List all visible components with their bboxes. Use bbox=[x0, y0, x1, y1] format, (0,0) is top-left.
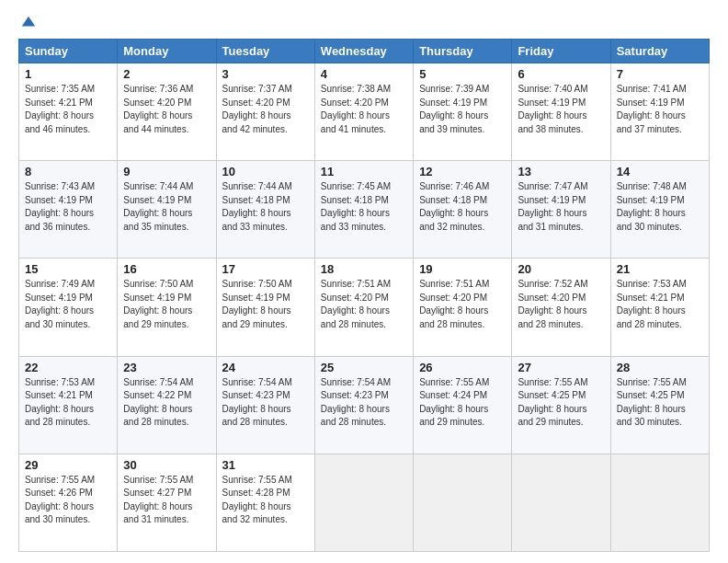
calendar-cell: 31 Sunrise: 7:55 AMSunset: 4:28 PMDaylig… bbox=[216, 454, 314, 551]
week-row-2: 8 Sunrise: 7:43 AMSunset: 4:19 PMDayligh… bbox=[19, 161, 710, 259]
day-header-thursday: Thursday bbox=[414, 40, 512, 63]
day-info: Sunrise: 7:54 AMSunset: 4:23 PMDaylight:… bbox=[321, 377, 391, 428]
calendar-cell: 26 Sunrise: 7:55 AMSunset: 4:24 PMDaylig… bbox=[414, 356, 512, 454]
day-number: 13 bbox=[518, 165, 604, 178]
calendar-cell: 28 Sunrise: 7:55 AMSunset: 4:25 PMDaylig… bbox=[610, 356, 709, 454]
calendar-cell: 20 Sunrise: 7:52 AMSunset: 4:20 PMDaylig… bbox=[512, 259, 610, 356]
calendar-cell: 21 Sunrise: 7:53 AMSunset: 4:21 PMDaylig… bbox=[610, 259, 709, 356]
calendar-cell: 14 Sunrise: 7:48 AMSunset: 4:19 PMDaylig… bbox=[610, 161, 709, 259]
day-number: 11 bbox=[321, 165, 407, 178]
day-info: Sunrise: 7:39 AMSunset: 4:19 PMDaylight:… bbox=[419, 84, 489, 134]
day-info: Sunrise: 7:48 AMSunset: 4:19 PMDaylight:… bbox=[617, 181, 687, 232]
calendar-cell: 6 Sunrise: 7:40 AMSunset: 4:19 PMDayligh… bbox=[512, 63, 610, 161]
week-row-5: 29 Sunrise: 7:55 AMSunset: 4:26 PMDaylig… bbox=[19, 454, 710, 551]
header-row: SundayMondayTuesdayWednesdayThursdayFrid… bbox=[19, 40, 710, 63]
day-number: 9 bbox=[123, 165, 210, 178]
day-number: 28 bbox=[617, 361, 703, 374]
day-number: 3 bbox=[222, 67, 309, 81]
calendar-cell: 19 Sunrise: 7:51 AMSunset: 4:20 PMDaylig… bbox=[414, 259, 512, 356]
calendar-cell: 3 Sunrise: 7:37 AMSunset: 4:20 PMDayligh… bbox=[216, 63, 314, 161]
day-number: 2 bbox=[123, 67, 210, 81]
calendar-cell bbox=[610, 454, 709, 551]
calendar-page: SundayMondayTuesdayWednesdayThursdayFrid… bbox=[0, 0, 728, 563]
calendar-cell: 22 Sunrise: 7:53 AMSunset: 4:21 PMDaylig… bbox=[19, 356, 118, 454]
day-info: Sunrise: 7:37 AMSunset: 4:20 PMDaylight:… bbox=[222, 84, 292, 134]
day-number: 1 bbox=[25, 67, 111, 81]
day-info: Sunrise: 7:54 AMSunset: 4:22 PMDaylight:… bbox=[123, 377, 193, 428]
day-number: 29 bbox=[25, 458, 111, 472]
day-info: Sunrise: 7:45 AMSunset: 4:18 PMDaylight:… bbox=[321, 181, 391, 232]
calendar-table: SundayMondayTuesdayWednesdayThursdayFrid… bbox=[18, 39, 710, 552]
calendar-cell: 30 Sunrise: 7:55 AMSunset: 4:27 PMDaylig… bbox=[118, 454, 216, 551]
day-info: Sunrise: 7:55 AMSunset: 4:27 PMDaylight:… bbox=[123, 475, 193, 525]
day-info: Sunrise: 7:55 AMSunset: 4:26 PMDaylight:… bbox=[25, 475, 95, 525]
day-info: Sunrise: 7:55 AMSunset: 4:25 PMDaylight:… bbox=[617, 377, 687, 428]
day-number: 12 bbox=[419, 165, 506, 178]
day-info: Sunrise: 7:55 AMSunset: 4:25 PMDaylight:… bbox=[518, 377, 587, 428]
calendar-cell: 17 Sunrise: 7:50 AMSunset: 4:19 PMDaylig… bbox=[216, 259, 314, 356]
day-number: 4 bbox=[321, 67, 407, 81]
day-number: 23 bbox=[123, 361, 210, 374]
day-number: 6 bbox=[518, 67, 604, 81]
calendar-cell: 27 Sunrise: 7:55 AMSunset: 4:25 PMDaylig… bbox=[512, 356, 610, 454]
calendar-cell: 12 Sunrise: 7:46 AMSunset: 4:18 PMDaylig… bbox=[414, 161, 512, 259]
calendar-cell: 25 Sunrise: 7:54 AMSunset: 4:23 PMDaylig… bbox=[314, 356, 413, 454]
day-number: 21 bbox=[617, 262, 703, 276]
day-number: 8 bbox=[25, 165, 111, 178]
day-number: 10 bbox=[222, 165, 309, 178]
calendar-cell: 11 Sunrise: 7:45 AMSunset: 4:18 PMDaylig… bbox=[314, 161, 413, 259]
day-info: Sunrise: 7:43 AMSunset: 4:19 PMDaylight:… bbox=[25, 181, 95, 232]
day-info: Sunrise: 7:52 AMSunset: 4:20 PMDaylight:… bbox=[518, 279, 587, 329]
day-number: 24 bbox=[222, 361, 309, 374]
calendar-cell: 4 Sunrise: 7:38 AMSunset: 4:20 PMDayligh… bbox=[314, 63, 413, 161]
day-info: Sunrise: 7:36 AMSunset: 4:20 PMDaylight:… bbox=[123, 84, 193, 134]
day-number: 19 bbox=[419, 262, 506, 276]
day-number: 25 bbox=[321, 361, 407, 374]
calendar-cell bbox=[314, 454, 413, 551]
week-row-1: 1 Sunrise: 7:35 AMSunset: 4:21 PMDayligh… bbox=[19, 63, 710, 161]
day-info: Sunrise: 7:51 AMSunset: 4:20 PMDaylight:… bbox=[321, 279, 391, 329]
day-number: 5 bbox=[419, 67, 506, 81]
day-info: Sunrise: 7:49 AMSunset: 4:19 PMDaylight:… bbox=[25, 279, 95, 329]
day-number: 7 bbox=[617, 67, 703, 81]
day-number: 14 bbox=[617, 165, 703, 178]
calendar-cell: 5 Sunrise: 7:39 AMSunset: 4:19 PMDayligh… bbox=[414, 63, 512, 161]
day-number: 22 bbox=[25, 361, 111, 374]
day-number: 18 bbox=[321, 262, 407, 276]
calendar-cell: 15 Sunrise: 7:49 AMSunset: 4:19 PMDaylig… bbox=[19, 259, 118, 356]
day-info: Sunrise: 7:54 AMSunset: 4:23 PMDaylight:… bbox=[222, 377, 292, 428]
calendar-cell: 18 Sunrise: 7:51 AMSunset: 4:20 PMDaylig… bbox=[314, 259, 413, 356]
day-number: 27 bbox=[518, 361, 604, 374]
calendar-cell: 2 Sunrise: 7:36 AMSunset: 4:20 PMDayligh… bbox=[118, 63, 216, 161]
calendar-cell: 10 Sunrise: 7:44 AMSunset: 4:18 PMDaylig… bbox=[216, 161, 314, 259]
day-header-wednesday: Wednesday bbox=[314, 40, 413, 63]
day-info: Sunrise: 7:46 AMSunset: 4:18 PMDaylight:… bbox=[419, 181, 489, 232]
day-number: 31 bbox=[222, 458, 309, 472]
day-info: Sunrise: 7:44 AMSunset: 4:19 PMDaylight:… bbox=[123, 181, 193, 232]
day-info: Sunrise: 7:53 AMSunset: 4:21 PMDaylight:… bbox=[25, 377, 95, 428]
day-header-sunday: Sunday bbox=[19, 40, 118, 63]
header bbox=[18, 15, 710, 31]
week-row-3: 15 Sunrise: 7:49 AMSunset: 4:19 PMDaylig… bbox=[19, 259, 710, 356]
day-info: Sunrise: 7:53 AMSunset: 4:21 PMDaylight:… bbox=[617, 279, 687, 329]
day-info: Sunrise: 7:50 AMSunset: 4:19 PMDaylight:… bbox=[222, 279, 292, 329]
day-info: Sunrise: 7:38 AMSunset: 4:20 PMDaylight:… bbox=[321, 84, 391, 134]
day-number: 20 bbox=[518, 262, 604, 276]
day-header-monday: Monday bbox=[118, 40, 216, 63]
calendar-cell: 8 Sunrise: 7:43 AMSunset: 4:19 PMDayligh… bbox=[19, 161, 118, 259]
calendar-cell: 29 Sunrise: 7:55 AMSunset: 4:26 PMDaylig… bbox=[19, 454, 118, 551]
calendar-cell: 16 Sunrise: 7:50 AMSunset: 4:19 PMDaylig… bbox=[118, 259, 216, 356]
logo-icon bbox=[20, 15, 37, 31]
calendar-cell: 9 Sunrise: 7:44 AMSunset: 4:19 PMDayligh… bbox=[118, 161, 216, 259]
calendar-cell: 13 Sunrise: 7:47 AMSunset: 4:19 PMDaylig… bbox=[512, 161, 610, 259]
day-number: 16 bbox=[123, 262, 210, 276]
calendar-cell bbox=[512, 454, 610, 551]
day-header-saturday: Saturday bbox=[610, 40, 709, 63]
week-row-4: 22 Sunrise: 7:53 AMSunset: 4:21 PMDaylig… bbox=[19, 356, 710, 454]
calendar-cell: 7 Sunrise: 7:41 AMSunset: 4:19 PMDayligh… bbox=[610, 63, 709, 161]
day-header-friday: Friday bbox=[512, 40, 610, 63]
day-info: Sunrise: 7:55 AMSunset: 4:24 PMDaylight:… bbox=[419, 377, 489, 428]
logo bbox=[18, 15, 37, 31]
day-info: Sunrise: 7:40 AMSunset: 4:19 PMDaylight:… bbox=[518, 84, 587, 134]
day-number: 15 bbox=[25, 262, 111, 276]
